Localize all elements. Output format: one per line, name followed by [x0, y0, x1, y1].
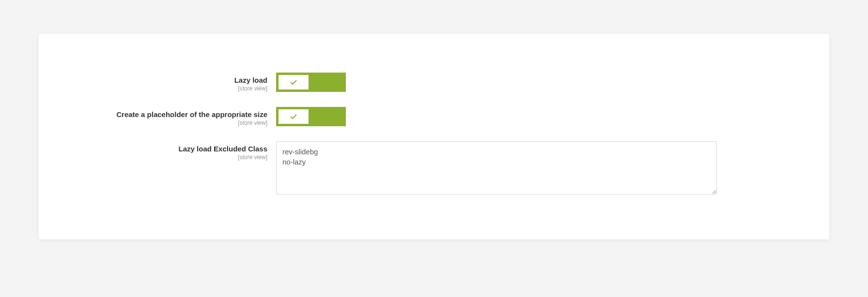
- label-column: Create a placeholder of the appropriate …: [68, 107, 276, 126]
- check-icon: [290, 114, 297, 119]
- label-column: Lazy load Excluded Class [store view]: [68, 141, 276, 161]
- control-column: [276, 73, 800, 93]
- lazy-load-label: Lazy load: [68, 75, 267, 85]
- settings-panel: Lazy load [store view] Create a placehol…: [39, 34, 829, 239]
- lazy-load-scope: [store view]: [68, 85, 267, 92]
- placeholder-size-scope: [store view]: [68, 119, 267, 126]
- control-column: [276, 141, 800, 196]
- excluded-class-textarea[interactable]: [276, 141, 717, 194]
- excluded-class-scope: [store view]: [68, 154, 267, 161]
- check-icon: [290, 80, 297, 85]
- excluded-class-label: Lazy load Excluded Class: [68, 144, 267, 154]
- toggle-knob: [279, 75, 309, 89]
- placeholder-size-label: Create a placeholder of the appropriate …: [68, 110, 267, 119]
- field-lazy-load: Lazy load [store view]: [68, 73, 800, 93]
- field-placeholder-size: Create a placeholder of the appropriate …: [68, 107, 800, 128]
- control-column: [276, 107, 800, 128]
- placeholder-size-toggle[interactable]: [276, 107, 346, 126]
- toggle-knob: [279, 109, 309, 124]
- label-column: Lazy load [store view]: [68, 73, 276, 92]
- field-excluded-class: Lazy load Excluded Class [store view]: [68, 141, 800, 196]
- lazy-load-toggle[interactable]: [276, 73, 346, 92]
